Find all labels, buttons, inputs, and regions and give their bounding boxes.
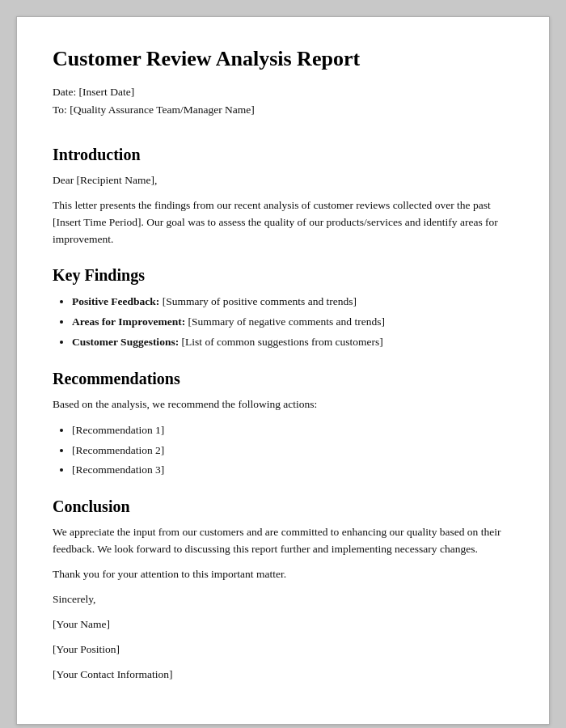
conclusion-body-2: Thank you for your attention to this imp… (53, 566, 513, 583)
list-item: [Recommendation 3] (72, 461, 513, 480)
to-line: To: [Quality Assurance Team/Manager Name… (53, 104, 513, 116)
finding-text-2: [Summary of negative comments and trends… (185, 315, 385, 328)
key-findings-list: Positive Feedback: [Summary of positive … (72, 293, 513, 352)
signer-position: [Your Position] (53, 641, 513, 658)
date-line: Date: [Insert Date] (53, 86, 513, 99)
conclusion-body-1: We appreciate the input from our custome… (53, 524, 513, 558)
introduction-heading: Introduction (53, 146, 513, 164)
report-page: Customer Review Analysis Report Date: [I… (16, 16, 550, 725)
recommendations-list: [Recommendation 1] [Recommendation 2] [R… (72, 421, 513, 480)
key-findings-heading: Key Findings (53, 266, 513, 285)
conclusion-heading: Conclusion (53, 497, 513, 516)
finding-label-2: Areas for Improvement: (72, 315, 185, 328)
finding-text-1: [Summary of positive comments and trends… (159, 295, 357, 307)
list-item: Areas for Improvement: [Summary of negat… (72, 313, 513, 332)
recommendations-intro: Based on the analysis, we recommend the … (53, 396, 513, 413)
signer-contact: [Your Contact Information] (53, 667, 513, 684)
list-item: Customer Suggestions: [List of common su… (72, 333, 513, 352)
finding-text-3: [List of common suggestions from custome… (179, 336, 383, 348)
closing: Sincerely, (53, 591, 513, 608)
report-title: Customer Review Analysis Report (53, 46, 513, 71)
list-item: [Recommendation 2] (72, 442, 513, 460)
list-item: Positive Feedback: [Summary of positive … (72, 293, 513, 311)
signer-name: [Your Name] (53, 616, 513, 633)
salutation: Dear [Recipient Name], (53, 172, 513, 189)
recommendations-heading: Recommendations (53, 370, 513, 388)
introduction-body: This letter presents the findings from o… (53, 197, 513, 248)
list-item: [Recommendation 1] (72, 421, 513, 440)
finding-label-3: Customer Suggestions: (72, 336, 179, 348)
finding-label-1: Positive Feedback: (72, 295, 159, 307)
